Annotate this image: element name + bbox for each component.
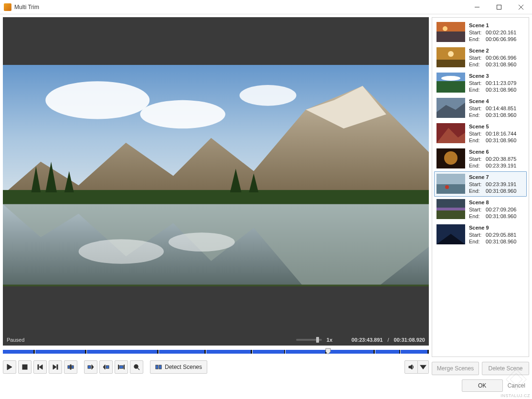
svg-point-7 bbox=[79, 239, 164, 264]
scene-start: 00:06:06.996 bbox=[486, 55, 516, 61]
timeline-segment[interactable] bbox=[206, 350, 251, 354]
scene-list[interactable]: Scene 1Start: 00:02:20.161End: 00:06:06.… bbox=[432, 17, 529, 357]
speed-slider[interactable] bbox=[296, 339, 322, 341]
prev-frame-button[interactable] bbox=[33, 360, 47, 374]
scene-thumbnail bbox=[436, 73, 465, 93]
end-label: End: bbox=[469, 213, 484, 220]
scene-item[interactable]: Scene 7Start: 00:23:39.191End: 00:31:08.… bbox=[434, 171, 527, 197]
stop-button[interactable] bbox=[18, 360, 32, 374]
svg-rect-26 bbox=[119, 366, 123, 368]
scene-start: 00:23:39.191 bbox=[486, 181, 516, 187]
timeline-segment[interactable] bbox=[327, 350, 373, 354]
trim-selection-button[interactable] bbox=[115, 360, 128, 374]
scene-start: 00:02:20.161 bbox=[486, 30, 516, 35]
svg-point-42 bbox=[444, 151, 458, 165]
timeline-segment[interactable] bbox=[375, 350, 399, 354]
start-label: Start: bbox=[469, 29, 484, 36]
timeline-segment[interactable] bbox=[86, 350, 157, 354]
scene-item[interactable]: Scene 1Start: 00:02:20.161End: 00:06:06.… bbox=[434, 20, 527, 45]
dialog-footer: OK Cancel bbox=[0, 375, 532, 396]
svg-point-4 bbox=[240, 85, 297, 106]
end-label: End: bbox=[469, 238, 484, 245]
svg-rect-22 bbox=[72, 366, 74, 368]
maximize-button[interactable] bbox=[488, 0, 510, 14]
volume-button[interactable] bbox=[404, 360, 418, 374]
playhead[interactable] bbox=[325, 348, 331, 355]
svg-point-27 bbox=[134, 365, 138, 368]
timeline-segment[interactable] bbox=[35, 350, 85, 354]
svg-rect-48 bbox=[436, 208, 465, 210]
timeline-segment[interactable] bbox=[159, 350, 204, 354]
merge-scenes-button[interactable]: Merge Scenes bbox=[432, 362, 479, 375]
start-label: Start: bbox=[469, 206, 484, 213]
scene-end: 00:31:08.960 bbox=[486, 112, 516, 118]
scene-name: Scene 5 bbox=[469, 123, 516, 130]
svg-rect-24 bbox=[88, 366, 91, 368]
scene-item[interactable]: Scene 4Start: 00:14:48.851End: 00:31:08.… bbox=[434, 95, 527, 121]
scene-start: 00:29:05.881 bbox=[486, 232, 516, 238]
scene-thumbnail bbox=[436, 22, 465, 42]
scene-thumbnail bbox=[436, 98, 465, 118]
svg-rect-23 bbox=[70, 365, 71, 369]
scene-name: Scene 3 bbox=[469, 73, 516, 79]
duration-timecode: 00:31:08.920 bbox=[394, 337, 425, 343]
scene-end: 00:31:08.960 bbox=[486, 87, 516, 93]
playback-speed: 1x bbox=[327, 337, 332, 343]
next-frame-button[interactable] bbox=[49, 360, 62, 374]
svg-rect-43 bbox=[436, 174, 465, 184]
start-label: Start: bbox=[469, 105, 484, 112]
start-label: Start: bbox=[469, 231, 484, 238]
play-button[interactable] bbox=[3, 360, 16, 374]
scene-thumbnail bbox=[436, 199, 465, 219]
mark-out-button[interactable] bbox=[99, 360, 113, 374]
segment-divider bbox=[35, 349, 35, 355]
svg-point-32 bbox=[443, 26, 447, 31]
timeline-segment[interactable] bbox=[285, 350, 325, 354]
scene-item[interactable]: Scene 6Start: 00:20:38.875End: 00:23:39.… bbox=[434, 146, 527, 171]
delete-scene-button[interactable]: Delete Scene bbox=[482, 362, 529, 375]
timeline-segment[interactable] bbox=[252, 350, 284, 354]
timeline-segment[interactable] bbox=[400, 350, 427, 354]
detect-scenes-label: Detect Scenes bbox=[165, 364, 202, 370]
scene-name: Scene 6 bbox=[469, 148, 516, 155]
timeline-segment[interactable] bbox=[3, 350, 33, 354]
mark-in-button[interactable] bbox=[84, 360, 97, 374]
timeline[interactable] bbox=[3, 347, 429, 356]
scene-start: 00:14:48.851 bbox=[486, 105, 516, 111]
scene-item[interactable]: Scene 3Start: 00:11:23.079End: 00:31:08.… bbox=[434, 70, 527, 95]
svg-point-38 bbox=[441, 76, 460, 81]
end-label: End: bbox=[469, 112, 484, 118]
scene-item[interactable]: Scene 9Start: 00:29:05.881End: 00:31:08.… bbox=[434, 222, 527, 247]
scene-end: 00:31:08.960 bbox=[486, 188, 516, 194]
close-button[interactable] bbox=[510, 0, 532, 14]
segment-divider bbox=[252, 349, 253, 355]
svg-point-2 bbox=[45, 81, 149, 119]
transport-controls: Detect Scenes bbox=[3, 359, 429, 375]
svg-rect-46 bbox=[436, 199, 465, 208]
svg-rect-19 bbox=[38, 365, 39, 369]
preview-image bbox=[3, 65, 429, 287]
video-preview[interactable] bbox=[3, 17, 429, 334]
split-button[interactable] bbox=[64, 360, 77, 374]
window-title: Multi Trim bbox=[14, 4, 466, 10]
detect-scenes-button[interactable]: Detect Scenes bbox=[150, 360, 207, 374]
svg-point-45 bbox=[445, 185, 449, 189]
cancel-button[interactable]: Cancel bbox=[508, 382, 525, 389]
scene-thumbnail bbox=[436, 224, 465, 244]
scene-end: 00:31:08.960 bbox=[486, 213, 516, 219]
scene-item[interactable]: Scene 2Start: 00:06:06.996End: 00:31:08.… bbox=[434, 45, 527, 70]
ok-button[interactable]: OK bbox=[462, 379, 503, 392]
volume-dropdown-button[interactable] bbox=[418, 360, 429, 374]
end-label: End: bbox=[469, 137, 484, 144]
scene-end: 00:31:08.960 bbox=[486, 239, 516, 244]
scene-thumbnail bbox=[436, 174, 465, 194]
start-label: Start: bbox=[469, 130, 484, 137]
scene-item[interactable]: Scene 5Start: 00:18:16.744End: 00:31:08.… bbox=[434, 121, 527, 146]
app-icon bbox=[4, 3, 11, 11]
scene-thumbnail bbox=[436, 123, 465, 143]
zoom-button[interactable] bbox=[130, 360, 143, 374]
scene-item[interactable]: Scene 8Start: 00:27:09.206End: 00:31:08.… bbox=[434, 197, 527, 222]
svg-rect-34 bbox=[436, 60, 465, 67]
minimize-button[interactable] bbox=[466, 0, 488, 14]
svg-rect-29 bbox=[159, 365, 161, 369]
